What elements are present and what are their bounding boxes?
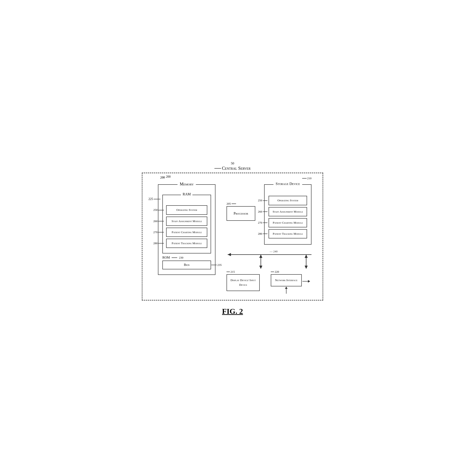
storage-tracking-label: Patient Tracking Module (273, 232, 303, 235)
svg-marker-10 (305, 266, 308, 269)
storage-title: Storage Device (274, 182, 302, 186)
processor-label: Processor (234, 212, 248, 215)
storage-staff-box: 260 Staff Assignment Module (269, 207, 307, 216)
memory-tracking-ref: 280 (153, 241, 164, 245)
svg-marker-8 (259, 254, 262, 258)
display-device-box: Display Device/ Input Device (227, 274, 260, 291)
rom-title: ROM (162, 256, 170, 259)
svg-text:— 240: — 240 (269, 250, 278, 253)
memory-tracking-box: 280 Patient Tracking Module (166, 239, 207, 248)
central-server-label: Central Server (222, 166, 250, 171)
network-ref-label: 220 (271, 270, 279, 273)
storage-staff-ref: 260 (258, 210, 267, 214)
storage-os-ref: 250 (258, 198, 267, 203)
ram-ref: 225 (148, 197, 160, 201)
storage-charting-box: 270 Patient Charting Module (269, 218, 307, 227)
bios-label: Bios (184, 263, 189, 266)
memory-tracking-label: Patient Tracking Module (172, 242, 202, 245)
storage-staff-label: Staff Assignment Module (273, 210, 303, 213)
storage-ref-num: 210 (307, 177, 312, 180)
processor-box: Processor (227, 206, 255, 221)
bios-ref: 235 (211, 263, 222, 267)
network-interface-label: Network Interface (275, 278, 297, 282)
memory-ref-display: — 200 (162, 175, 170, 179)
svg-marker-7 (259, 266, 262, 269)
storage-charting-label: Patient Charting Module (273, 221, 303, 224)
memory-staff-box: 260 Staff Assignment Module (166, 217, 207, 226)
memory-staff-label: Staff Assignment Module (171, 219, 202, 223)
memory-os-ref: 250 (153, 208, 164, 212)
storage-os-box: 250 Operating System (269, 196, 307, 205)
svg-marker-11 (305, 254, 308, 258)
storage-tracking-box: 280 Patient Tracking Module (269, 229, 307, 238)
memory-os-box: 250 Operating System (166, 205, 207, 214)
page-container: 50 Central Server 200 (133, 152, 332, 324)
memory-charting-label: Patient Charting Module (172, 231, 202, 234)
memory-staff-ref: 260 (153, 219, 164, 223)
memory-os-label: Operating System (176, 208, 197, 212)
memory-title: Memory (177, 182, 196, 186)
storage-tracking-ref: 280 (258, 232, 267, 236)
storage-ref-group: 210 (302, 177, 312, 180)
bios-box: Bios 235 (162, 261, 211, 269)
ram-title: RAM (181, 192, 192, 196)
fig-caption: FIG. 2 (142, 307, 323, 315)
storage-os-label: Operating System (277, 199, 298, 202)
rom-ref: 230 (179, 256, 183, 259)
memory-charting-ref: 270 (153, 230, 164, 234)
central-server-ref-num: 50 (214, 162, 250, 165)
processor-ref-label: 205 (227, 202, 236, 205)
storage-charting-ref: 270 (258, 221, 267, 225)
central-server-ref-group: 50 Central Server (214, 162, 250, 171)
memory-charting-box: 270 Patient Charting Module (166, 228, 207, 237)
display-ref-label: 215 (227, 270, 235, 273)
network-interface-box: Network Interface (271, 274, 302, 286)
display-device-label: Display Device/ Input Device (231, 278, 256, 286)
